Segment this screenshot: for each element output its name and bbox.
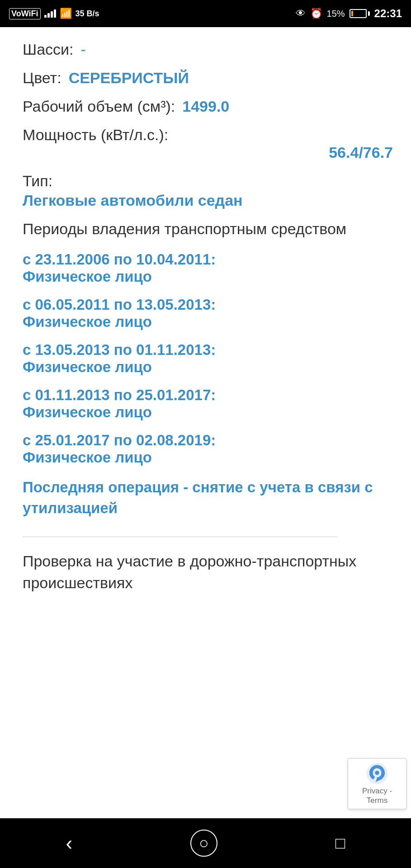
ownership-period-0: с 23.11.2006 по 10.04.2011: [23, 251, 393, 268]
ownership-list: с 23.11.2006 по 10.04.2011: Физическое л… [23, 251, 393, 466]
recaptcha-badge: Privacy - Terms [348, 758, 406, 809]
ownership-header: Периоды владения транспортным средством [23, 218, 393, 240]
signal-icon [44, 9, 56, 18]
battery-percent: 15% [327, 9, 345, 19]
ownership-item-4: с 25.01.2017 по 02.08.2019: Физическое л… [23, 432, 393, 466]
ownership-item-2: с 13.05.2013 по 01.11.2013: Физическое л… [23, 341, 393, 376]
last-operation: Последняя операция - снятие с учета в св… [23, 477, 393, 519]
ownership-period-4: с 25.01.2017 по 02.08.2019: [23, 432, 393, 449]
home-button[interactable]: ○ [190, 830, 217, 857]
vowifi-indicator: VoWiFi [9, 8, 41, 19]
back-button[interactable]: ‹ [52, 827, 86, 859]
chassis-row: Шасси: - [23, 41, 393, 58]
status-right: 👁 ⏰ 15% 22:31 [296, 7, 402, 20]
volume-row: Рабочий объем (см³): 1499.0 [23, 98, 393, 115]
main-content: Шасси: - Цвет: СЕРЕБРИСТЫЙ Рабочий объем… [0, 27, 411, 607]
ownership-item-3: с 01.11.2013 по 25.01.2017: Физическое л… [23, 387, 393, 421]
recaptcha-icon [366, 762, 388, 785]
ownership-period-2: с 13.05.2013 по 01.11.2013: [23, 341, 393, 359]
ownership-person-3: Физическое лицо [23, 404, 393, 421]
battery-icon [350, 9, 370, 18]
eye-icon: 👁 [296, 8, 306, 19]
ownership-person-2: Физическое лицо [23, 359, 393, 376]
speed-indicator: 35 B/s [76, 9, 99, 19]
svg-point-1 [375, 771, 379, 775]
status-left: VoWiFi 📶 35 B/s [9, 8, 99, 19]
power-value: 56.4/76.7 [23, 144, 393, 161]
alarm-icon: ⏰ [310, 8, 322, 19]
color-row: Цвет: СЕРЕБРИСТЫЙ [23, 69, 393, 87]
status-bar: VoWiFi 📶 35 B/s 👁 ⏰ 15% 22:31 [0, 0, 411, 27]
ownership-item-1: с 06.05.2011 по 13.05.2013: Физическое л… [23, 296, 393, 330]
type-section: Тип: Легковые автомобили седан [23, 172, 393, 209]
power-label: Мощность (кВт/л.с.): [23, 126, 168, 143]
color-value: СЕРЕБРИСТЫЙ [69, 69, 189, 87]
power-row: Мощность (кВт/л.с.): 56.4/76.7 [23, 126, 393, 161]
volume-label: Рабочий объем (см³): [23, 98, 175, 115]
chassis-value: - [81, 41, 86, 58]
recaptcha-text: Privacy - Terms [353, 787, 402, 805]
ownership-person-4: Физическое лицо [23, 449, 393, 466]
ownership-period-1: с 06.05.2011 по 13.05.2013: [23, 296, 393, 313]
color-label: Цвет: [23, 69, 61, 87]
volume-value: 1499.0 [182, 98, 229, 115]
ownership-person-1: Физическое лицо [23, 313, 393, 330]
ownership-person-0: Физическое лицо [23, 268, 393, 285]
type-label: Тип: [23, 172, 393, 190]
navigation-bar: ‹ ○ □ [0, 818, 411, 868]
ownership-item-0: с 23.11.2006 по 10.04.2011: Физическое л… [23, 251, 393, 285]
chassis-label: Шасси: [23, 41, 74, 58]
ownership-period-3: с 01.11.2013 по 25.01.2017: [23, 387, 393, 404]
time-display: 22:31 [374, 7, 402, 20]
section-divider [23, 537, 337, 537]
recent-button[interactable]: □ [322, 829, 359, 857]
accident-section-title: Проверка на участие в дорожно-транспортн… [23, 551, 393, 594]
wifi-icon: 📶 [60, 8, 72, 19]
type-value: Легковые автомобили седан [23, 192, 393, 209]
